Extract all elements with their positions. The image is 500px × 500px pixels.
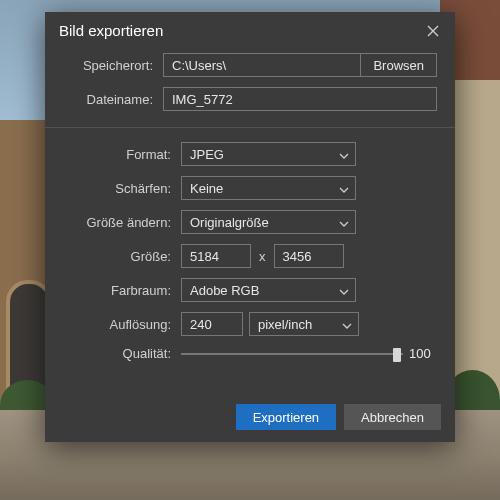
- resize-select[interactable]: Originalgröße: [181, 210, 356, 234]
- resize-label: Größe ändern:: [63, 215, 181, 230]
- size-separator: x: [257, 249, 268, 264]
- filename-label: Dateiname:: [63, 92, 163, 107]
- quality-value: 100: [409, 346, 437, 361]
- dialog-title: Bild exportieren: [59, 22, 163, 39]
- chevron-down-icon: [339, 183, 349, 193]
- close-button[interactable]: [425, 23, 441, 39]
- location-label: Speicherort:: [63, 58, 163, 73]
- close-icon: [427, 25, 439, 37]
- size-label: Größe:: [63, 249, 181, 264]
- browse-button[interactable]: Browsen: [360, 53, 437, 77]
- resolution-unit-value: pixel/inch: [258, 317, 312, 332]
- width-input[interactable]: [181, 244, 251, 268]
- chevron-down-icon: [339, 149, 349, 159]
- format-label: Format:: [63, 147, 181, 162]
- dialog-titlebar: Bild exportieren: [45, 12, 455, 53]
- location-input[interactable]: [163, 53, 360, 77]
- chevron-down-icon: [342, 319, 352, 329]
- sharpen-label: Schärfen:: [63, 181, 181, 196]
- sharpen-select[interactable]: Keine: [181, 176, 356, 200]
- chevron-down-icon: [339, 285, 349, 295]
- slider-thumb[interactable]: [393, 348, 401, 362]
- sharpen-value: Keine: [190, 181, 223, 196]
- colorspace-select[interactable]: Adobe RGB: [181, 278, 356, 302]
- resolution-label: Auflösung:: [63, 317, 181, 332]
- resolution-unit-select[interactable]: pixel/inch: [249, 312, 359, 336]
- export-button[interactable]: Exportieren: [236, 404, 336, 430]
- colorspace-label: Farbraum:: [63, 283, 181, 298]
- dialog-footer: Exportieren Abbrechen: [45, 392, 455, 442]
- format-select[interactable]: JPEG: [181, 142, 356, 166]
- quality-label: Qualität:: [63, 346, 181, 361]
- cancel-button[interactable]: Abbrechen: [344, 404, 441, 430]
- format-value: JPEG: [190, 147, 224, 162]
- chevron-down-icon: [339, 217, 349, 227]
- height-input[interactable]: [274, 244, 344, 268]
- filename-input[interactable]: [163, 87, 437, 111]
- resolution-input[interactable]: [181, 312, 243, 336]
- export-dialog: Bild exportieren Speicherort: Browsen Da…: [45, 12, 455, 442]
- divider: [45, 127, 455, 128]
- colorspace-value: Adobe RGB: [190, 283, 259, 298]
- quality-slider[interactable]: [181, 347, 403, 361]
- resize-value: Originalgröße: [190, 215, 269, 230]
